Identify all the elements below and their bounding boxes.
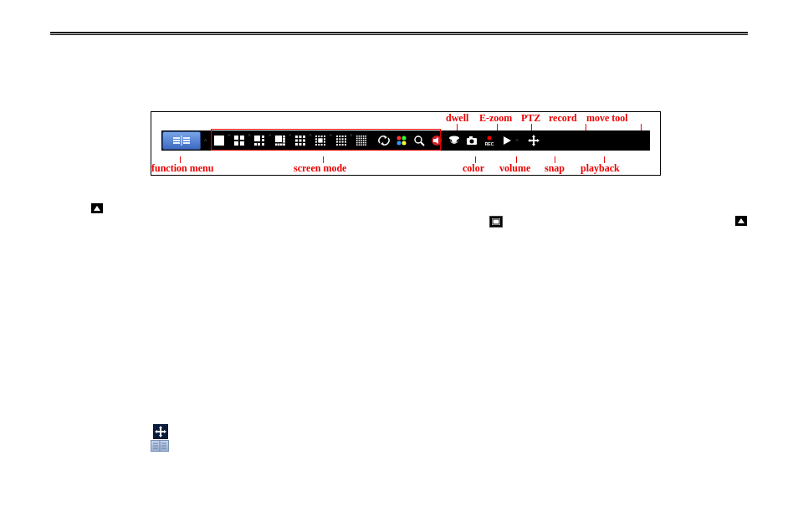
svg-rect-113 [529, 140, 538, 141]
move-icon [528, 135, 540, 146]
svg-marker-107 [504, 136, 511, 145]
svg-rect-2 [173, 137, 180, 139]
label-record: record [549, 112, 577, 125]
svg-point-101 [452, 138, 457, 143]
tick-move-tool [641, 124, 642, 130]
svg-marker-114 [94, 206, 100, 211]
svg-rect-6 [183, 140, 190, 141]
label-ptz: PTZ [521, 112, 540, 125]
ptz-button[interactable] [445, 132, 463, 149]
svg-rect-123 [156, 431, 165, 432]
play-icon [502, 136, 512, 146]
svg-marker-117 [738, 218, 744, 223]
snap-button[interactable] [463, 132, 480, 149]
toolbar-figure: dwell E-zoom PTZ record move tool ^ [151, 111, 661, 176]
ptz-icon [448, 135, 460, 146]
svg-rect-7 [183, 142, 190, 144]
svg-text:REC: REC [485, 141, 494, 146]
svg-rect-103 [469, 136, 473, 139]
arrow-up-icon-inline-1 [91, 203, 103, 213]
tick-ptz [531, 124, 532, 130]
tick-record [586, 124, 586, 130]
label-function-menu: function menu [151, 162, 213, 175]
svg-rect-3 [173, 140, 180, 141]
screen-mode-highlight-box [211, 129, 441, 151]
bottom-annotations: function menu screen mode color volume s… [151, 160, 660, 175]
label-color: color [463, 162, 484, 175]
label-snap: snap [545, 162, 565, 175]
menu-icon [172, 136, 191, 146]
label-playback: playback [581, 162, 620, 175]
svg-rect-5 [183, 137, 190, 139]
arrow-up-icon-inline-2 [735, 216, 747, 226]
rec-icon: REC [483, 135, 495, 146]
top-annotations: dwell E-zoom PTZ record move tool [151, 112, 660, 127]
function-menu-button[interactable] [162, 131, 201, 150]
tick-ezoom [497, 124, 498, 130]
screen-mode-icon-inline [489, 216, 503, 228]
caret-icon: ^ [515, 137, 518, 144]
svg-rect-4 [173, 142, 180, 144]
page-rule-thick [50, 32, 748, 33]
move-tool-button[interactable] [525, 132, 543, 149]
caret-icon: ^ [204, 137, 207, 144]
label-dwell: dwell [446, 112, 468, 125]
svg-point-105 [487, 136, 491, 141]
record-button[interactable]: REC [480, 132, 498, 149]
function-menu-icon-inline [151, 440, 169, 452]
svg-point-104 [469, 140, 473, 144]
page-rule-thin [50, 34, 748, 35]
label-volume: volume [499, 162, 530, 175]
label-move-tool: move tool [586, 112, 628, 125]
tick-dwell [457, 124, 458, 130]
label-ezoom: E-zoom [479, 112, 512, 125]
move-tool-icon-inline [153, 424, 168, 439]
camera-icon [466, 135, 478, 146]
playback-button[interactable] [498, 132, 515, 149]
svg-rect-116 [494, 220, 499, 224]
label-screen-mode: screen mode [294, 162, 346, 175]
